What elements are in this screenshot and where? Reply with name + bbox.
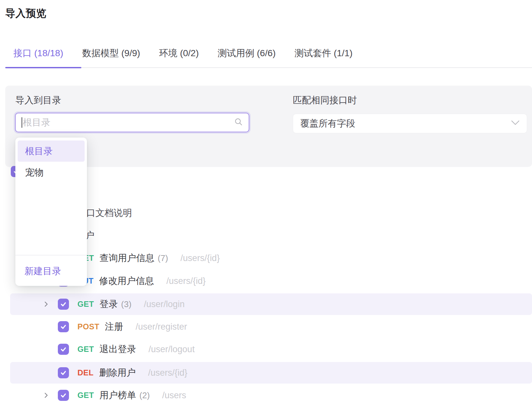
api-count: (3)	[121, 299, 132, 309]
row-checkbox[interactable]	[58, 367, 69, 378]
chevron-right-icon[interactable]	[42, 392, 50, 399]
method-tag: GET	[77, 391, 94, 400]
row-checkbox[interactable]	[58, 390, 69, 401]
api-title: 用户榜单	[100, 389, 136, 402]
api-path: /user/register	[136, 322, 187, 332]
chevron-right-icon[interactable]	[42, 301, 50, 308]
api-count: (2)	[140, 390, 150, 401]
api-row-delete-user[interactable]: DEL 删除用户 /users/{id}	[10, 362, 532, 384]
partial-row-doc-title: 口文档说明	[86, 207, 132, 219]
api-title: 查询用户信息	[100, 252, 155, 264]
directory-dropdown: 根目录 宠物 新建目录	[15, 138, 87, 286]
row-checkbox[interactable]	[58, 344, 69, 355]
api-title: 删除用户	[99, 367, 136, 379]
api-row-login[interactable]: GET 登录 (3) /user/login	[10, 293, 532, 315]
api-path: /users/{id}	[148, 368, 187, 378]
dropdown-divider	[15, 255, 87, 255]
api-row-user-ranking[interactable]: GET 用户榜单 (2) /users	[0, 385, 532, 406]
api-path: /user/logout	[149, 344, 195, 354]
dropdown-option-root[interactable]: 根目录	[18, 140, 85, 162]
method-tag: GET	[77, 300, 94, 309]
api-title: 登录	[100, 298, 118, 310]
method-tag: POST	[77, 322, 99, 331]
api-title: 注册	[105, 321, 123, 333]
new-folder-button[interactable]: 新建目录	[25, 265, 61, 277]
method-tag: GET	[77, 345, 94, 354]
api-count: (7)	[158, 253, 168, 263]
method-tag: DEL	[77, 368, 93, 377]
dropdown-option-pets[interactable]: 宠物	[18, 162, 85, 183]
import-preview-dialog: 导入预览 接口 (18/18) 数据模型 (9/9) 环境 (0/2) 测试用例…	[0, 0, 532, 411]
api-path: /users/{id}	[166, 276, 206, 286]
row-checkbox[interactable]	[58, 299, 69, 310]
api-row-logout[interactable]: GET 退出登录 /user/logout	[0, 338, 532, 360]
api-title: 退出登录	[100, 343, 136, 355]
api-title: 修改用户信息	[99, 275, 154, 287]
api-path: /users	[162, 390, 186, 401]
api-row-register[interactable]: POST 注册 /user/register	[0, 316, 532, 337]
api-path: /user/login	[144, 299, 185, 309]
row-checkbox[interactable]	[58, 321, 69, 332]
api-path: /users/{id}	[180, 253, 220, 263]
